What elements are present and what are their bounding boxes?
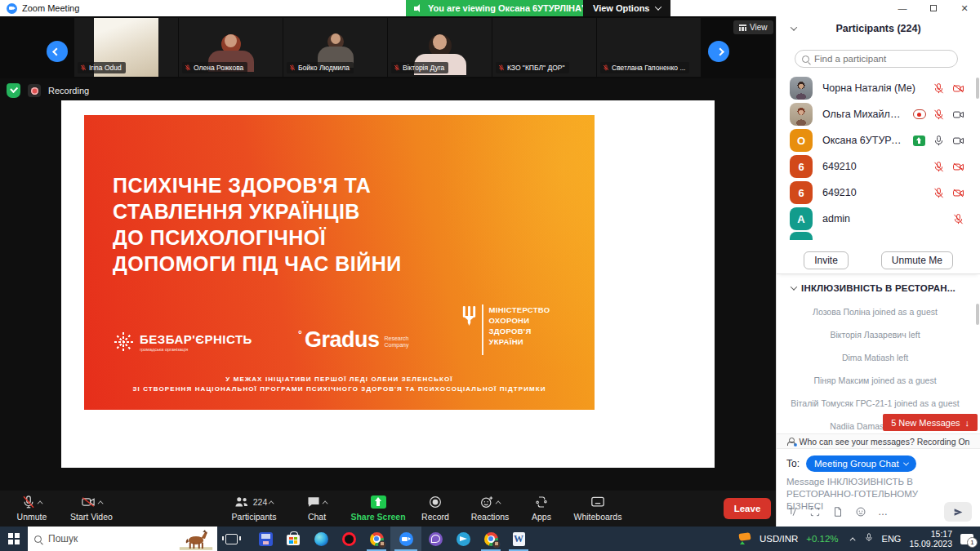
participants-scrollbar[interactable]	[976, 78, 979, 99]
bezbarnist-title: БЕЗБАР'ЄРНІСТЬ	[140, 332, 252, 346]
mic-muted-icon	[951, 212, 965, 226]
taskbar-app-viber[interactable]	[421, 527, 449, 551]
apps-button[interactable]: Apps	[523, 494, 560, 522]
shared-screen-stage: Recording ПСИХІЧНЕ ЗДОРОВ'Я ТАСТАВЛЕННЯ …	[0, 78, 776, 491]
chrome-profile-avatar	[378, 540, 386, 549]
security-shield-icon[interactable]	[7, 83, 20, 98]
participants-panel: Participants (224) Чорна Наталія (Me)	[776, 16, 980, 527]
participant-video-thumbnail[interactable]: Вікторія Дуга	[388, 18, 492, 77]
participant-row[interactable]: O Оксана 6УТУРЛІНА	[777, 127, 973, 153]
horse-image	[178, 528, 214, 551]
attach-file-icon[interactable]	[832, 506, 844, 518]
new-messages-button[interactable]: 5 New Messages ↓	[883, 414, 978, 431]
chevron-down-icon	[655, 3, 662, 10]
more-options-icon[interactable]: …	[878, 506, 889, 518]
task-view-button[interactable]	[217, 527, 245, 551]
participant-name: 649210	[822, 187, 922, 198]
close-button[interactable]: ✕	[949, 0, 980, 16]
participant-video-thumbnail[interactable]: Светлана Гапоненко ...	[597, 18, 701, 77]
taskbar-app-opera[interactable]	[335, 527, 363, 551]
taskbar-app-chrome-1[interactable]	[363, 527, 390, 551]
hidden-icons-chevron[interactable]	[849, 537, 855, 543]
maximize-button[interactable]	[918, 0, 949, 16]
participant-name-label: Олена Рожкова	[182, 62, 247, 73]
chat-event-message: Лозова Поліна joined as a guest	[777, 300, 973, 323]
chat-privacy-note[interactable]: Who can see your messages? Recording On	[777, 433, 980, 449]
tray-mic-icon[interactable]	[864, 531, 874, 547]
notifications-icon[interactable]	[960, 534, 973, 544]
participants-button[interactable]: 224 Participants	[219, 494, 289, 522]
unmute-button[interactable]: Unmute	[8, 494, 56, 522]
whiteboards-button[interactable]: Whiteboards	[564, 494, 632, 522]
chat-chevron[interactable]	[322, 500, 327, 506]
chat-button[interactable]: Chat	[296, 494, 338, 522]
send-message-button[interactable]	[944, 502, 972, 522]
screenshot-icon[interactable]	[809, 506, 821, 518]
taskbar-app-chrome-2[interactable]	[477, 527, 505, 551]
taskbar-app-word[interactable]: W	[505, 527, 532, 551]
date-text: 15.09.2023	[909, 539, 952, 549]
taskbar-app-floppy[interactable]	[252, 527, 279, 551]
video-options-chevron[interactable]	[97, 500, 103, 506]
participant-row[interactable]: A admin	[777, 206, 973, 232]
floppy-app-icon	[259, 532, 273, 546]
reactions-button[interactable]: Reactions	[462, 494, 518, 522]
invite-button[interactable]: Invite	[804, 251, 849, 269]
camera-on-icon	[951, 108, 965, 122]
record-button[interactable]: Record	[412, 494, 458, 522]
participant-video-thumbnail[interactable]: Бойко Людмила	[283, 18, 387, 77]
stock-widget-icon[interactable]	[738, 533, 751, 544]
participants-icon	[234, 495, 250, 509]
avatar	[790, 77, 813, 100]
participant-row[interactable]: 6 649210	[777, 153, 973, 180]
participant-video-thumbnail[interactable]: КЗО "КПБЛ" ДОР"	[492, 18, 596, 77]
participant-video-thumbnail[interactable]: Irina Odud	[74, 18, 178, 77]
taskbar-app-telegram[interactable]	[449, 527, 477, 551]
start-button[interactable]	[0, 527, 28, 551]
taskbar-app-edge[interactable]	[307, 527, 335, 551]
unmute-me-button[interactable]: Unmute Me	[881, 251, 953, 269]
participant-search[interactable]	[795, 50, 958, 68]
start-video-button[interactable]: Start Video	[62, 494, 121, 522]
participant-video-thumbnail[interactable]: Олена Рожкова	[179, 18, 283, 77]
participant-name-text: Светлана Гапоненко ...	[612, 64, 685, 72]
minimize-button[interactable]: —	[887, 0, 918, 16]
partially-visible-avatar	[790, 232, 813, 240]
participant-row[interactable]: Чорна Наталія (Me)	[777, 75, 973, 101]
gradus-degree-mark: °	[298, 329, 301, 340]
search-placeholder: Пошук	[48, 533, 78, 544]
chat-scrollbar[interactable]	[976, 304, 979, 325]
view-options-button[interactable]: View Options	[583, 0, 670, 16]
filmstrip-next-button[interactable]	[708, 41, 729, 62]
ticker-pair[interactable]: USD/INR	[760, 534, 798, 544]
share-screen-button[interactable]: Share Screen	[343, 494, 413, 522]
recording-dot-icon[interactable]	[28, 84, 41, 97]
participants-chevron[interactable]	[269, 500, 274, 506]
clock[interactable]: 15:17 15.09.2023	[909, 529, 952, 549]
sharing-status-icon	[912, 134, 926, 148]
opera-icon	[342, 532, 356, 546]
chevron-down-icon	[903, 460, 909, 465]
participant-name-label: Irina Odud	[78, 62, 126, 73]
search-icon	[34, 535, 42, 543]
chat-recipient-selector[interactable]: Meeting Group Chat	[806, 455, 916, 472]
leave-button[interactable]: Leave	[724, 498, 771, 519]
language-indicator[interactable]: ENG	[882, 534, 902, 544]
filmstrip-prev-button[interactable]	[47, 41, 68, 62]
taskbar-app-zoom[interactable]	[390, 527, 421, 551]
mic-options-chevron[interactable]	[37, 500, 42, 506]
view-layout-button[interactable]: View	[733, 20, 773, 34]
ministry-logo-line: УКРАЇНИ	[489, 336, 550, 347]
emoji-icon[interactable]	[855, 506, 866, 518]
reactions-chevron[interactable]	[495, 500, 501, 506]
participant-name-text: Олена Рожкова	[194, 64, 243, 72]
participant-row[interactable]: 6 649210	[777, 180, 973, 206]
participant-search-input[interactable]	[814, 54, 937, 64]
camera-off-icon	[951, 82, 965, 96]
format-text-icon[interactable]	[786, 506, 798, 518]
unmute-label: Unmute	[17, 512, 47, 522]
ministry-logo-line: ЗДОРОВ'Я	[489, 326, 550, 336]
taskbar-search[interactable]: Пошук	[28, 527, 217, 551]
participant-row[interactable]: Ольга Михайлова (Host)	[777, 101, 973, 127]
taskbar-app-store[interactable]	[279, 527, 307, 551]
